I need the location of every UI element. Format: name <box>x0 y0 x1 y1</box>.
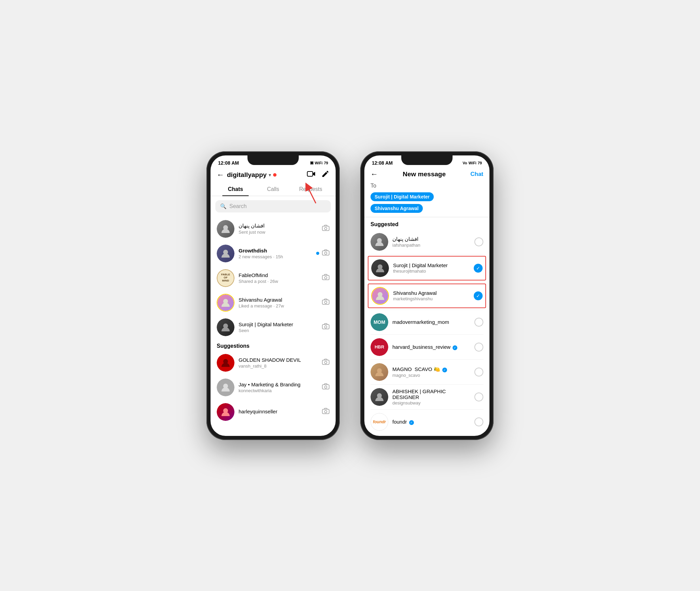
recipient-1[interactable]: Surojit | Digital Marketer <box>371 192 434 201</box>
suggest-avatar-r7 <box>371 388 388 406</box>
chat-item-2[interactable]: Growthdish 2 new messages · 15h <box>211 241 336 266</box>
suggest-avatar-r8: foundr <box>371 413 388 431</box>
new-message-header: ← New message Chat <box>364 167 489 181</box>
back-button-left[interactable]: ← <box>217 170 224 179</box>
battery-right: 79 <box>478 161 482 165</box>
suggest-handle-2: konnectwithkaria <box>239 388 318 393</box>
suggest-item-1[interactable]: GOLDEN SHADOW DEVIL vansh_rathi_8 <box>211 351 336 375</box>
time-left: 12:08 AM <box>218 160 239 166</box>
search-icon: 🔍 <box>220 203 227 209</box>
suggest-person-2[interactable]: Surojit | Digital Marketer thesurojitmah… <box>368 257 485 280</box>
dropdown-icon[interactable]: ▾ <box>269 172 271 178</box>
chat-name-3: FableOfMind <box>239 272 318 278</box>
search-bar[interactable]: 🔍 Search <box>215 200 331 212</box>
suggest-person-5[interactable]: HBR harvard_business_review ✓ <box>364 335 489 359</box>
suggest-info-r2: Surojit | Digital Marketer thesurojitmah… <box>393 262 470 274</box>
svg-point-9 <box>325 277 327 279</box>
radio-r8[interactable] <box>474 417 483 426</box>
tab-calls[interactable]: Calls <box>254 183 292 196</box>
suggest-name-r8: foundr ✓ <box>392 419 470 425</box>
suggest-person-3[interactable]: Shivanshu Agrawal marketingshivanshu ✓ <box>368 284 485 307</box>
online-status-dot <box>273 173 277 177</box>
tab-chats[interactable]: Chats <box>217 183 254 196</box>
suggest-info-r8: foundr ✓ <box>392 419 470 425</box>
status-icons-left: ▣ WiFi 79 <box>310 161 328 165</box>
camera-icon-2[interactable] <box>322 249 329 257</box>
camera-icon-s3[interactable] <box>322 408 329 416</box>
chat-item-1[interactable]: افشان پنهان Sent just now <box>211 217 336 241</box>
radio-r1[interactable] <box>474 237 483 246</box>
to-label: To <box>371 183 483 189</box>
suggest-name-r5: harvard_business_review ✓ <box>392 344 470 350</box>
new-message-title: New message <box>403 170 446 178</box>
suggest-item-2[interactable]: Jay • Marketing & Branding konnectwithka… <box>211 375 336 400</box>
camera-icon-1[interactable] <box>322 225 329 233</box>
battery-left: 79 <box>324 161 328 165</box>
chat-info-5: Surojit | Digital Marketer Seen <box>239 321 318 333</box>
suggest-info-r7: ABHISHEK | GRAPHIC DESIGNER designsubway <box>392 388 470 406</box>
suggest-avatar-r2 <box>371 259 389 277</box>
radio-r2[interactable]: ✓ <box>474 264 483 273</box>
chat-actions-2 <box>316 249 329 257</box>
suggest-person-8[interactable]: foundr foundr ✓ <box>364 410 489 433</box>
chat-info-1: افشان پنهان Sent just now <box>239 223 318 235</box>
radio-r6[interactable] <box>474 368 483 376</box>
svg-point-24 <box>325 411 327 413</box>
suggest-name-r7: ABHISHEK | GRAPHIC DESIGNER <box>392 388 470 400</box>
suggest-person-6[interactable]: MAGNO SCAVO 🍋 ✓ magno_scavo <box>364 360 489 384</box>
avatar-5 <box>217 318 234 336</box>
chat-actions-4 <box>322 299 329 306</box>
suggest-avatar-r4: MOM <box>371 313 388 331</box>
back-button-right[interactable]: ← <box>371 170 378 179</box>
suggest-person-2-container: Surojit | Digital Marketer thesurojitmah… <box>368 256 486 280</box>
camera-icon-s1[interactable] <box>322 359 329 367</box>
chat-sub-3: Shared a post · 26w <box>239 279 318 284</box>
suggest-person-7[interactable]: ABHISHEK | GRAPHIC DESIGNER designsubway <box>364 385 489 409</box>
radio-r7[interactable] <box>474 393 483 401</box>
username-label: digitallyappy <box>227 171 267 179</box>
suggest-info-1: GOLDEN SHADOW DEVIL vansh_rathi_8 <box>239 357 318 369</box>
camera-icon-s2[interactable] <box>322 383 329 391</box>
unread-dot-2 <box>316 252 319 255</box>
suggest-avatar-1 <box>217 354 234 372</box>
suggest-person-4[interactable]: MOM madovermarketing_mom <box>364 310 489 334</box>
radio-r3[interactable]: ✓ <box>474 291 483 300</box>
suggest-avatar-r1 <box>371 233 388 251</box>
suggest-avatar-3 <box>217 403 234 421</box>
camera-icon-4[interactable] <box>322 299 329 306</box>
camera-icon-3[interactable] <box>322 274 329 282</box>
chat-header: ← digitallyappy ▾ <box>211 167 336 183</box>
tab-requests[interactable]: Requests <box>292 183 329 196</box>
suggest-name-r3: Shivanshu Agrawal <box>393 290 470 296</box>
chat-item-3[interactable]: FABLEOFMIND FableOfMind Shared a post · … <box>211 266 336 290</box>
camera-icon-5[interactable] <box>322 323 329 331</box>
chat-sub-2: 2 new messages · 15h <box>239 254 312 259</box>
suggest-person-3-container: Shivanshu Agrawal marketingshivanshu ✓ <box>368 284 486 308</box>
svg-point-21 <box>325 386 327 388</box>
radio-r5[interactable] <box>474 343 483 352</box>
username-row: digitallyappy ▾ <box>227 171 277 179</box>
suggest-item-3[interactable]: harleyquinnseller <box>211 400 336 424</box>
chat-name-2: Growthdish <box>239 248 312 253</box>
signal-right: Vo <box>462 161 467 165</box>
chat-sub-5: Seen <box>239 328 318 333</box>
recipients-row: Surojit | Digital Marketer Shivanshu Agr… <box>371 191 483 214</box>
recipient-2[interactable]: Shivanshu Agrawal <box>371 204 423 213</box>
video-icon[interactable] <box>307 170 316 179</box>
compose-icon[interactable] <box>321 170 329 180</box>
radio-r4[interactable] <box>474 318 483 327</box>
suggest-info-r6: MAGNO SCAVO 🍋 ✓ magno_scavo <box>392 366 470 378</box>
suggest-handle-r2: thesurojitmahato <box>393 269 470 274</box>
svg-rect-0 <box>307 171 313 176</box>
left-phone: 12:08 AM ▣ WiFi 79 ← digitallyappy ▾ <box>206 151 340 440</box>
chat-item-5[interactable]: Surojit | Digital Marketer Seen <box>211 315 336 340</box>
suggested-section-label: Suggested <box>364 217 489 230</box>
suggest-info-3: harleyquinnseller <box>239 409 318 415</box>
chat-list: افشان پنهان Sent just now <box>211 217 336 433</box>
suggest-name-r6: MAGNO SCAVO 🍋 ✓ <box>392 366 470 372</box>
suggest-person-1[interactable]: افشان پنهان iafshanpathan <box>364 230 489 254</box>
chat-item-4[interactable]: Shivanshu Agrawal Liked a message · 27w <box>211 290 336 315</box>
suggest-handle-r7: designsubway <box>392 400 470 406</box>
avatar-1 <box>217 220 234 238</box>
chat-button[interactable]: Chat <box>470 171 483 178</box>
